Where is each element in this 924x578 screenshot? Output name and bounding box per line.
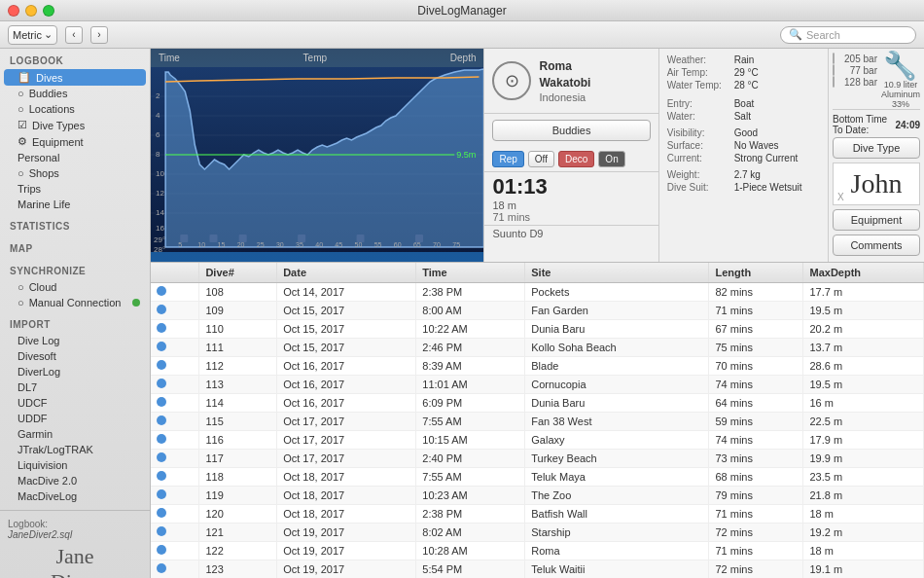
sidebar-item-marine-life[interactable]: Marine Life bbox=[0, 197, 150, 212]
table-row[interactable]: 123 Oct 19, 2017 5:54 PM Teluk Waitii 72… bbox=[151, 560, 924, 579]
sidebar-item-macdive[interactable]: MacDive 2.0 bbox=[0, 473, 150, 488]
shops-label: Shops bbox=[29, 167, 59, 179]
minimize-button[interactable] bbox=[25, 5, 37, 17]
table-row[interactable]: 119 Oct 18, 2017 10:23 AM The Zoo 79 min… bbox=[151, 487, 924, 505]
sidebar-item-dives[interactable]: 📋 Dives bbox=[4, 69, 146, 86]
row-site: Dunia Baru bbox=[525, 320, 709, 339]
table-row[interactable]: 116 Oct 17, 2017 10:15 AM Galaxy 74 mins… bbox=[151, 431, 924, 450]
row-date: Oct 18, 2017 bbox=[277, 505, 416, 524]
row-time: 10:15 AM bbox=[416, 431, 525, 450]
row-site: Turkey Beach bbox=[525, 450, 709, 468]
svg-text:5: 5 bbox=[178, 241, 182, 248]
manual-label: Manual Connection bbox=[29, 297, 122, 308]
tank-icon-group: 🔧 10.9 liter Aluminum 33% bbox=[881, 53, 920, 109]
sidebar-item-dive-types[interactable]: ☑ Dive Types bbox=[0, 117, 150, 133]
row-depth: 19.5 m bbox=[803, 376, 924, 394]
table-row[interactable]: 115 Oct 17, 2017 7:55 AM Fan 38 West 59 … bbox=[151, 413, 924, 431]
metric-label: Metric bbox=[13, 29, 42, 41]
close-button[interactable] bbox=[8, 5, 19, 17]
map-section: MAP bbox=[0, 236, 150, 259]
row-time: 2:46 PM bbox=[416, 339, 525, 357]
sidebar-item-shops[interactable]: ○ Shops bbox=[0, 165, 150, 181]
chart-time-label: Time bbox=[159, 53, 180, 63]
rep-button[interactable]: Rep bbox=[492, 151, 523, 167]
sidebar-item-dl7[interactable]: DL7 bbox=[0, 379, 150, 395]
dive-type-button[interactable]: Dive Type bbox=[833, 137, 920, 159]
dive-max-depth: 18 m bbox=[492, 199, 515, 211]
tank-bars: 205 bar 77 bar 128 bar bbox=[833, 53, 877, 109]
sidebar-item-macdivelog[interactable]: MacDiveLog bbox=[0, 488, 150, 504]
table-row[interactable]: 110 Oct 15, 2017 10:22 AM Dunia Baru 67 … bbox=[151, 320, 924, 339]
row-site: Dunia Baru bbox=[525, 394, 709, 413]
svg-text:6: 6 bbox=[156, 130, 160, 139]
table-row[interactable]: 114 Oct 16, 2017 6:09 PM Dunia Baru 64 m… bbox=[151, 394, 924, 413]
table-row[interactable]: 120 Oct 18, 2017 2:38 PM Batfish Wall 71… bbox=[151, 505, 924, 524]
table-row[interactable]: 111 Oct 15, 2017 2:46 PM Kollo Soha Beac… bbox=[151, 339, 924, 357]
row-dot-cell bbox=[151, 320, 199, 339]
nav-forward-button[interactable]: › bbox=[90, 26, 108, 44]
synchronize-section: SYNCHRONIZE ○ Cloud ○ Manual Connection bbox=[0, 259, 150, 312]
right-panel: 205 bar 77 bar 128 bar bbox=[829, 49, 924, 262]
svg-text:65: 65 bbox=[413, 241, 421, 248]
sidebar-item-garmin[interactable]: Garmin bbox=[0, 426, 150, 442]
sidebar-item-liquivision[interactable]: Liquivision bbox=[0, 457, 150, 473]
maximize-button[interactable] bbox=[43, 5, 54, 17]
sidebar-item-uddf[interactable]: UDDF bbox=[0, 411, 150, 426]
svg-text:29°: 29° bbox=[154, 235, 165, 244]
sidebar-item-equipment[interactable]: ⚙ Equipment bbox=[0, 133, 150, 150]
row-dot-cell bbox=[151, 431, 199, 450]
surface-value: No Waves bbox=[734, 140, 779, 151]
equipment-button[interactable]: Equipment bbox=[833, 209, 920, 231]
table-row[interactable]: 121 Oct 19, 2017 8:02 AM Starship 72 min… bbox=[151, 524, 924, 542]
comments-button[interactable]: Comments bbox=[833, 235, 920, 256]
sidebar-item-buddies[interactable]: ○ Buddies bbox=[0, 86, 150, 101]
row-date: Oct 19, 2017 bbox=[277, 524, 416, 542]
sidebar-item-jtrak[interactable]: JTrak/LogTRAK bbox=[0, 442, 150, 457]
row-length: 79 mins bbox=[709, 487, 803, 505]
chart-svg: 2 4 6 8 10 12 14 16 9.5m bbox=[151, 67, 483, 252]
row-site: Teluk Waitii bbox=[525, 560, 709, 579]
table-row[interactable]: 109 Oct 15, 2017 8:00 AM Fan Garden 71 m… bbox=[151, 302, 924, 320]
search-box[interactable]: 🔍 Search bbox=[780, 26, 916, 44]
sidebar-item-dive-log[interactable]: Dive Log bbox=[0, 333, 150, 348]
equipment-label: Equipment bbox=[32, 136, 84, 148]
tank-icon: 🔧 bbox=[883, 53, 917, 80]
sidebar-item-diverlog[interactable]: DiverLog bbox=[0, 364, 150, 379]
row-date: Oct 15, 2017 bbox=[277, 339, 416, 357]
location-text: Roma Wakatobi Indonesia bbox=[539, 58, 590, 103]
personal-label: Personal bbox=[18, 152, 59, 163]
row-length: 72 mins bbox=[709, 524, 803, 542]
table-row[interactable]: 112 Oct 16, 2017 8:39 AM Blade 70 mins 2… bbox=[151, 357, 924, 376]
sidebar-item-udcf[interactable]: UDCF bbox=[0, 395, 150, 411]
sidebar-item-personal[interactable]: Personal bbox=[0, 150, 150, 165]
table-row[interactable]: 118 Oct 18, 2017 7:55 AM Teluk Maya 68 m… bbox=[151, 468, 924, 487]
row-time: 6:09 PM bbox=[416, 394, 525, 413]
deco-button[interactable]: Deco bbox=[558, 151, 594, 167]
row-depth: 19.2 m bbox=[803, 524, 924, 542]
sidebar-item-cloud[interactable]: ○ Cloud bbox=[0, 279, 150, 295]
col-dive-num: Dive# bbox=[199, 263, 277, 283]
weather-value: Rain bbox=[734, 54, 755, 65]
sidebar-item-manual[interactable]: ○ Manual Connection bbox=[0, 295, 150, 310]
row-date: Oct 18, 2017 bbox=[277, 487, 416, 505]
row-date: Oct 16, 2017 bbox=[277, 357, 416, 376]
sidebar-item-divesoft[interactable]: Divesoft bbox=[0, 348, 150, 364]
metric-select[interactable]: Metric ⌄ bbox=[8, 25, 57, 45]
row-dot-cell bbox=[151, 524, 199, 542]
titlebar-buttons bbox=[8, 5, 54, 17]
off-button[interactable]: Off bbox=[528, 151, 554, 167]
sidebar-item-trips[interactable]: Trips bbox=[0, 181, 150, 197]
row-dot-cell bbox=[151, 339, 199, 357]
sidebar-item-locations[interactable]: ○ Locations bbox=[0, 101, 150, 117]
table-row[interactable]: 113 Oct 16, 2017 11:01 AM Cornucopia 74 … bbox=[151, 376, 924, 394]
table-row[interactable]: 108 Oct 14, 2017 2:38 PM Pockets 82 mins… bbox=[151, 283, 924, 302]
dive-table-area[interactable]: Dive# Date Time Site Length MaxDepth 108… bbox=[151, 263, 924, 578]
import-section: IMPORT Dive Log Divesoft DiverLog DL7 UD… bbox=[0, 312, 150, 506]
row-dive-num: 117 bbox=[199, 450, 277, 468]
table-row[interactable]: 122 Oct 19, 2017 10:28 AM Roma 71 mins 1… bbox=[151, 542, 924, 560]
nav-back-button[interactable]: ‹ bbox=[65, 26, 83, 44]
buddies-button[interactable]: Buddies bbox=[492, 120, 650, 141]
on-button[interactable]: On bbox=[598, 151, 624, 167]
row-time: 2:38 PM bbox=[416, 283, 525, 302]
table-row[interactable]: 117 Oct 17, 2017 2:40 PM Turkey Beach 73… bbox=[151, 450, 924, 468]
